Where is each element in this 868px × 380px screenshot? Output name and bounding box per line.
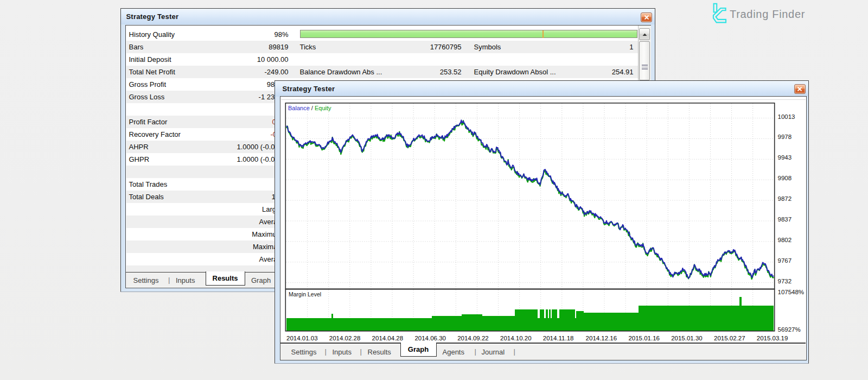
svg-text:10013: 10013 xyxy=(778,113,795,119)
svg-text:2014.01.03: 2014.01.03 xyxy=(286,335,318,341)
svg-text:2014.04.28: 2014.04.28 xyxy=(372,335,404,341)
svg-text:2014.02.28: 2014.02.28 xyxy=(329,335,361,341)
svg-text:9943: 9943 xyxy=(778,154,792,161)
svg-text:9767: 9767 xyxy=(778,257,792,263)
svg-text:2015.01.30: 2015.01.30 xyxy=(671,335,703,341)
svg-text:2014.06.30: 2014.06.30 xyxy=(414,335,446,341)
svg-text:9978: 9978 xyxy=(778,134,792,140)
svg-text:9802: 9802 xyxy=(778,236,792,243)
svg-text:9872: 9872 xyxy=(778,195,792,202)
svg-text:2015.01.16: 2015.01.16 xyxy=(628,335,660,341)
svg-text:Margin Level: Margin Level xyxy=(289,290,321,297)
svg-text:107548%: 107548% xyxy=(778,289,805,295)
svg-text:2014.11.18: 2014.11.18 xyxy=(543,335,574,341)
svg-text:2015.03.19: 2015.03.19 xyxy=(757,335,788,341)
svg-text:2014.12.16: 2014.12.16 xyxy=(586,335,617,341)
svg-text:2014.09.22: 2014.09.22 xyxy=(457,335,489,341)
svg-text:2015.02.27: 2015.02.27 xyxy=(714,335,745,341)
svg-text:9732: 9732 xyxy=(778,277,792,284)
svg-text:Balance / Equity: Balance / Equity xyxy=(288,104,331,111)
svg-text:2014.10.20: 2014.10.20 xyxy=(500,335,532,341)
svg-text:9837: 9837 xyxy=(778,216,792,223)
svg-text:56927%: 56927% xyxy=(778,326,801,333)
svg-text:9908: 9908 xyxy=(778,175,792,181)
